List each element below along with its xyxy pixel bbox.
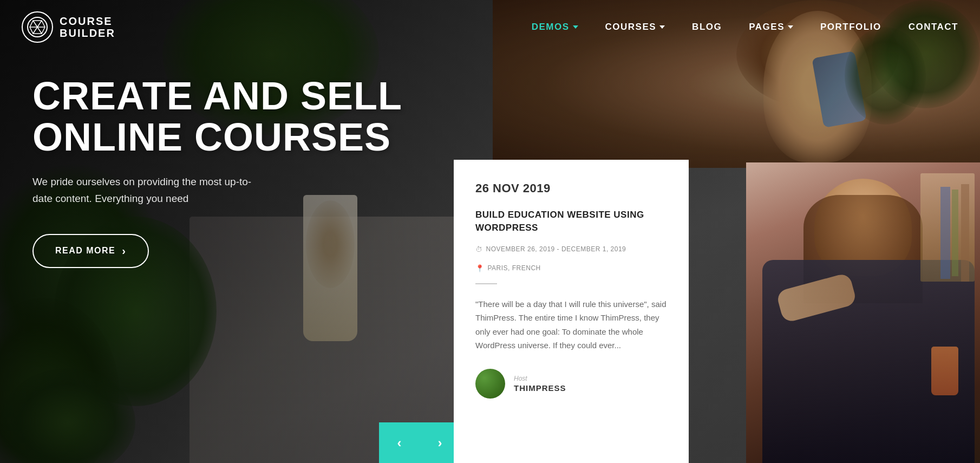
book-spine-1 [961, 184, 969, 282]
nav-item-portfolio[interactable]: PORTFOLIO [820, 22, 881, 32]
cta-label: READ MORE [55, 246, 115, 256]
blog-author: Host THIMPRESS [475, 369, 667, 399]
hero-subtitle: We pride ourselves on providing the most… [32, 174, 260, 207]
author-avatar-image [475, 369, 505, 399]
slider-controls: ‹ › [379, 422, 460, 463]
hero-content: CREATE AND SELL ONLINE COURSES We pride … [32, 76, 402, 268]
clock-icon: ⏱ [475, 245, 483, 253]
blog-card-panel: 26 NOV 2019 BUILD EDUCATION WEBSITE USIN… [454, 160, 689, 463]
svg-line-2 [33, 21, 37, 27]
blog-excerpt: "There will be a day that I will rule th… [475, 297, 667, 353]
hero-title-line1: CREATE AND SELL [32, 74, 402, 118]
blog-date: 26 NOV 2019 [475, 181, 667, 195]
author-info: Host THIMPRESS [514, 375, 566, 393]
blog-meta: ⏱ NOVEMBER 26, 2019 - DECEMBER 1, 2019 📍… [475, 245, 667, 272]
nav-item-blog[interactable]: BLOG [692, 22, 722, 32]
logo-icon [22, 11, 53, 43]
nav-label-courses: COURSES [605, 22, 657, 32]
location-icon: 📍 [475, 264, 485, 272]
blog-divider [475, 283, 497, 284]
svg-line-5 [37, 27, 42, 34]
cta-arrow-icon: › [122, 245, 126, 257]
author-avatar [475, 369, 505, 399]
nav-item-contact[interactable]: CONTACT [909, 22, 958, 32]
next-arrow-icon: › [438, 435, 442, 451]
book-spine-3 [940, 187, 950, 279]
logo-line2: BUILDER [60, 27, 115, 39]
hero-section: COURSE BUILDER DEMOS COURSES BLOG PAGES … [0, 0, 980, 463]
author-name-text: THIMPRESS [514, 383, 566, 393]
blog-time-text: NOVEMBER 26, 2019 - DECEMBER 1, 2019 [486, 245, 626, 253]
nav-label-demos: DEMOS [532, 22, 570, 32]
nav-arrow-demos [573, 25, 578, 29]
right-panel-image [746, 162, 980, 463]
slider-prev-button[interactable]: ‹ [379, 422, 420, 463]
svg-line-3 [37, 21, 42, 27]
blog-meta-time: ⏱ NOVEMBER 26, 2019 - DECEMBER 1, 2019 [475, 245, 626, 253]
nav-label-contact: CONTACT [909, 22, 958, 32]
nav-arrow-courses [659, 25, 665, 29]
nav-links: DEMOS COURSES BLOG PAGES PORTFOLIO CONTA… [532, 22, 958, 32]
prev-arrow-icon: ‹ [397, 435, 402, 451]
right-panel [746, 162, 980, 463]
nav-label-pages: PAGES [749, 22, 785, 32]
read-more-button[interactable]: READ MORE › [32, 234, 149, 268]
drink-glass [931, 347, 958, 395]
nav-label-blog: BLOG [692, 22, 722, 32]
main-navbar: COURSE BUILDER DEMOS COURSES BLOG PAGES … [0, 0, 980, 54]
nav-item-courses[interactable]: COURSES [605, 22, 665, 32]
blog-meta-location: 📍 PARIS, FRENCH [475, 264, 541, 272]
brand-logo[interactable]: COURSE BUILDER [22, 11, 115, 43]
hero-title: CREATE AND SELL ONLINE COURSES [32, 76, 402, 158]
book-spine-2 [952, 190, 958, 276]
nav-item-pages[interactable]: PAGES [749, 22, 793, 32]
svg-line-6 [33, 27, 37, 34]
logo-line1: COURSE [60, 15, 115, 27]
logo-text: COURSE BUILDER [60, 15, 115, 39]
nav-label-portfolio: PORTFOLIO [820, 22, 881, 32]
nav-arrow-pages [788, 25, 793, 29]
blog-location-text: PARIS, FRENCH [488, 264, 541, 272]
nav-item-demos[interactable]: DEMOS [532, 22, 578, 32]
blog-title[interactable]: BUILD EDUCATION WEBSITE USING WORDPRESS [475, 208, 667, 234]
hero-title-line2: ONLINE COURSES [32, 115, 391, 159]
author-label-text: Host [514, 375, 566, 382]
